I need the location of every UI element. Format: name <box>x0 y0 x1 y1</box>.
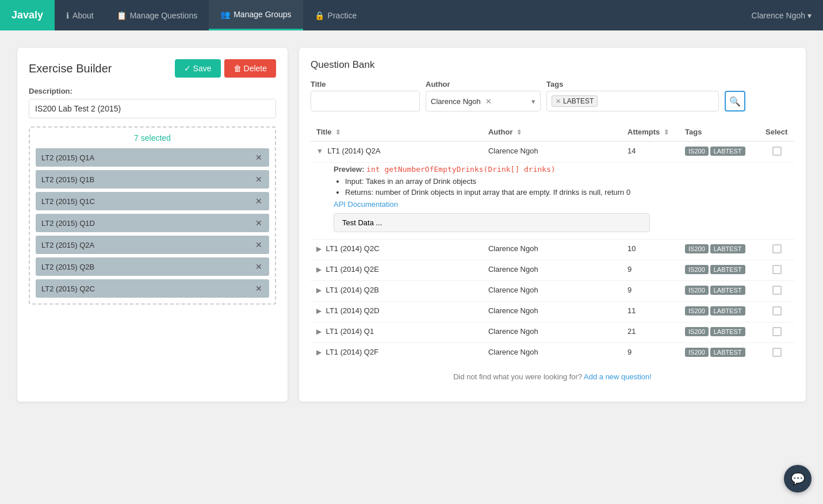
tag-pill: IS200 <box>685 348 709 357</box>
search-button[interactable]: 🔍 <box>725 91 745 111</box>
question-label: LT2 (2015) Q1A <box>41 153 94 162</box>
builder-title: Exercise Builder <box>29 62 112 75</box>
nav-item-manage-questions[interactable]: 📋 Manage Questions <box>105 0 209 30</box>
question-item: LT2 (2015) Q1C✕ <box>36 192 269 210</box>
question-label: LT2 (2015) Q1D <box>41 219 95 228</box>
cell-title: ▶ LT1 (2014) Q2F <box>311 343 483 364</box>
nav-item-practice[interactable]: 🔒 Practice <box>303 0 369 30</box>
cell-select <box>760 260 794 281</box>
cell-attempts: 9 <box>622 260 679 281</box>
nav-user[interactable]: Clarence Ngoh ▾ <box>752 11 823 20</box>
select-checkbox[interactable] <box>772 147 782 156</box>
cell-tags: IS200LABTEST <box>679 240 760 260</box>
col-tags: Tags <box>679 123 760 141</box>
delete-button[interactable]: 🗑 Delete <box>224 59 276 78</box>
table-header: Title ⇕ Author ⇕ Attempts ⇕ Tags Select <box>311 123 794 141</box>
select-checkbox[interactable] <box>772 286 782 295</box>
tag-pill: IS200 <box>685 327 709 336</box>
table-header-row: Title ⇕ Author ⇕ Attempts ⇕ Tags Select <box>311 123 794 141</box>
title-filter-label: Title <box>311 80 420 89</box>
expand-button[interactable]: ▶ <box>316 286 321 294</box>
cell-author: Clarence Ngoh <box>483 260 622 281</box>
tag-badge-labtest: ✕ LABTEST <box>552 95 598 107</box>
question-label: LT2 (2015) Q1C <box>41 197 95 206</box>
select-checkbox[interactable] <box>772 348 782 357</box>
expand-button[interactable]: ▶ <box>316 245 321 253</box>
remove-question-button[interactable]: ✕ <box>254 284 263 293</box>
cell-author: Clarence Ngoh <box>483 281 622 302</box>
tag-pill: LABTEST <box>710 244 745 253</box>
question-item: LT2 (2015) Q1D✕ <box>36 214 269 232</box>
cell-attempts: 14 <box>622 141 679 163</box>
groups-icon: 👥 <box>220 10 230 19</box>
tag-pill: LABTEST <box>710 147 745 156</box>
cell-title: ▶ LT1 (2014) Q2C <box>311 240 483 260</box>
table-row: ▶ LT1 (2014) Q1 Clarence Ngoh 21 IS200LA… <box>311 322 794 343</box>
author-select[interactable]: Clarence Ngoh ✕ ▾ <box>426 91 541 111</box>
expand-button[interactable]: ▶ <box>316 307 321 315</box>
nav-item-manage-groups[interactable]: 👥 Manage Groups <box>209 0 303 30</box>
cell-author: Clarence Ngoh <box>483 141 622 163</box>
tag-x-icon[interactable]: ✕ <box>556 98 561 105</box>
tags-input[interactable]: ✕ LABTEST <box>546 91 719 111</box>
button-group: ✓ Save 🗑 Delete <box>175 59 276 78</box>
table-row: ▼ LT1 (2014) Q2A Clarence Ngoh 14 IS200L… <box>311 141 794 163</box>
tag-pill: LABTEST <box>710 306 745 316</box>
author-dropdown-icon[interactable]: ▾ <box>531 97 535 106</box>
question-item: LT2 (2015) Q2C✕ <box>36 279 269 298</box>
nav-item-about[interactable]: ℹ About <box>55 0 105 30</box>
cell-select <box>760 322 794 343</box>
question-list: LT2 (2015) Q1A✕LT2 (2015) Q1B✕LT2 (2015)… <box>36 148 269 298</box>
remove-question-button[interactable]: ✕ <box>254 175 263 184</box>
save-button[interactable]: ✓ Save <box>175 59 221 78</box>
select-checkbox[interactable] <box>772 265 782 274</box>
description-input[interactable] <box>29 99 276 118</box>
question-label: LT2 (2015) Q2A <box>41 241 94 249</box>
question-bank-title: Question Bank <box>311 59 794 71</box>
title-filter-group: Title <box>311 80 420 111</box>
tag-pill: IS200 <box>685 286 709 295</box>
preview-cell: Preview: int getNumberOfEmptyDrinks(Drin… <box>311 163 794 240</box>
add-new-question-link[interactable]: Add a new question! <box>584 372 652 381</box>
dropdown-icon: ▾ <box>807 11 811 20</box>
author-value: Clarence Ngoh <box>431 97 481 106</box>
expand-button[interactable]: ▶ <box>316 328 321 336</box>
remove-question-button[interactable]: ✕ <box>254 218 263 228</box>
lock-icon: 🔒 <box>315 11 324 20</box>
title-filter-input[interactable] <box>311 91 420 111</box>
remove-question-button[interactable]: ✕ <box>254 262 263 271</box>
cell-author: Clarence Ngoh <box>483 240 622 260</box>
select-checkbox[interactable] <box>772 244 782 253</box>
cell-attempts: 10 <box>622 240 679 260</box>
expand-button[interactable]: ▶ <box>316 348 321 356</box>
not-found-section: Did not find what you were looking for? … <box>311 363 794 390</box>
table-body: ▼ LT1 (2014) Q2A Clarence Ngoh 14 IS200L… <box>311 141 794 363</box>
attempts-sort-icon[interactable]: ⇕ <box>664 129 669 136</box>
check-icon: ✓ <box>184 64 191 73</box>
remove-question-button[interactable]: ✕ <box>254 153 263 162</box>
api-documentation-link[interactable]: API Documentation <box>334 200 788 209</box>
select-checkbox[interactable] <box>772 327 782 336</box>
tag-pill: LABTEST <box>710 327 745 336</box>
remove-question-button[interactable]: ✕ <box>254 197 263 206</box>
selected-count: 7 selected <box>36 133 269 143</box>
title-sort-icon[interactable]: ⇕ <box>335 129 340 136</box>
author-clear-button[interactable]: ✕ <box>485 97 492 106</box>
cell-select <box>760 240 794 260</box>
table-row: ▶ LT1 (2014) Q2C Clarence Ngoh 10 IS200L… <box>311 240 794 260</box>
cell-tags: IS200LABTEST <box>679 141 760 163</box>
author-sort-icon[interactable]: ⇕ <box>516 129 522 136</box>
col-attempts: Attempts ⇕ <box>622 123 679 141</box>
cell-title: ▶ LT1 (2014) Q2D <box>311 302 483 322</box>
cell-title: ▶ LT1 (2014) Q2E <box>311 260 483 281</box>
selected-box: 7 selected LT2 (2015) Q1A✕LT2 (2015) Q1B… <box>29 126 276 305</box>
description-label: Description: <box>29 87 276 95</box>
test-data-button[interactable]: Test Data ... <box>334 213 650 232</box>
select-checkbox[interactable] <box>772 306 782 316</box>
exercise-builder: Exercise Builder ✓ Save 🗑 Delete Descrip… <box>17 48 288 402</box>
expand-button[interactable]: ▼ <box>316 147 323 155</box>
author-filter-group: Author Clarence Ngoh ✕ ▾ <box>426 80 541 111</box>
nav-brand: Javaly <box>0 0 55 30</box>
remove-question-button[interactable]: ✕ <box>254 240 263 249</box>
expand-button[interactable]: ▶ <box>316 266 321 274</box>
